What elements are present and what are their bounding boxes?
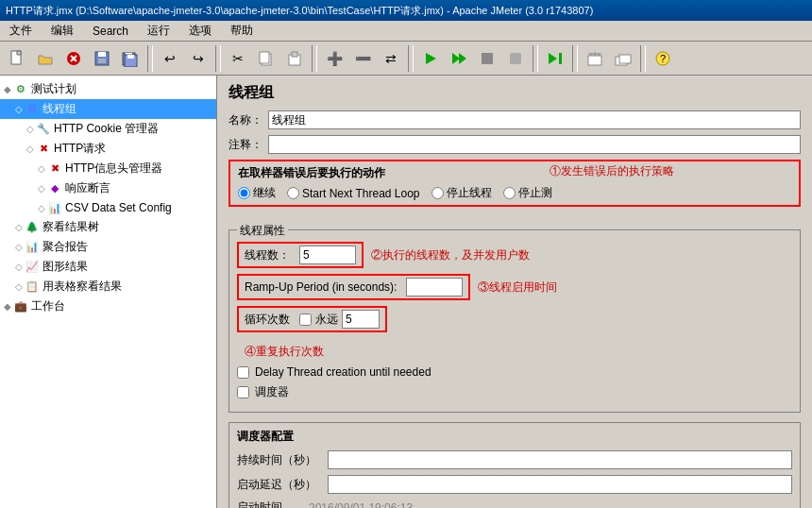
menu-options[interactable]: 选项 <box>183 21 217 41</box>
svg-marker-17 <box>452 53 460 64</box>
loop-count-input[interactable] <box>342 310 380 329</box>
scheduler-config-title: 调度器配置 <box>237 429 792 445</box>
ramp-label: Ramp-Up Period (in seconds): <box>245 280 397 294</box>
menu-file[interactable]: 文件 <box>4 21 38 41</box>
close-button[interactable] <box>60 45 87 72</box>
svg-rect-7 <box>98 59 106 63</box>
tree-item-thread[interactable]: ◇ ⚙ 线程组 <box>0 99 216 119</box>
tree-item-result-tree[interactable]: ◇ 🌲 察看结果树 <box>0 217 216 237</box>
toolbar-sep-1 <box>147 45 153 72</box>
copy-button[interactable] <box>253 45 279 72</box>
start-delay-label: 启动延迟（秒） <box>237 477 322 493</box>
collapse-button[interactable]: ➖ <box>349 45 376 72</box>
svg-rect-19 <box>482 53 493 64</box>
duration-row: 持续时间（秒） <box>237 450 792 469</box>
thread-count-input[interactable] <box>299 246 356 264</box>
name-row: 名称： <box>228 110 801 129</box>
svg-marker-18 <box>459 53 466 64</box>
menu-edit[interactable]: 编辑 <box>45 21 79 41</box>
start-time-label: 启动时间 <box>237 500 303 508</box>
tree-item-csv[interactable]: ◇ 📊 CSV Data Set Config <box>0 198 216 217</box>
tree-item-workbench[interactable]: ◆ 💼 工作台 <box>0 296 216 316</box>
toolbar-sep-2 <box>215 45 221 72</box>
scheduler-label: 调度器 <box>255 384 289 400</box>
tree-item-plan[interactable]: ◆ ⚙ 测试计划 <box>0 79 216 99</box>
loop-forever-checkbox[interactable] <box>299 313 312 326</box>
name-label: 名称： <box>228 112 262 128</box>
start-delay-input[interactable] <box>328 475 792 494</box>
shutdown-button[interactable] <box>502 45 529 72</box>
menu-help[interactable]: 帮助 <box>225 21 259 41</box>
stop-button[interactable] <box>474 45 500 72</box>
clear-all-button[interactable] <box>610 45 636 72</box>
delay-thread-row: Delay Thread creation until needed <box>237 365 792 379</box>
title-bar: HTTP请求.jmx (D:\Software\apache-jmeter-3.… <box>0 0 812 21</box>
error-annotation: ①发生错误后的执行策略 <box>550 163 674 179</box>
menu-search[interactable]: Search <box>87 23 134 40</box>
paste-button[interactable] <box>281 45 308 72</box>
tree-item-cookie[interactable]: ◇ 🔧 HTTP Cookie 管理器 <box>0 119 216 139</box>
comment-input[interactable] <box>268 135 801 154</box>
left-panel: ◆ ⚙ 测试计划 ◇ ⚙ 线程组 ◇ 🔧 HTTP Cookie 管理器 ◇ ✖… <box>0 76 217 508</box>
name-input[interactable] <box>268 110 801 129</box>
function-helper-button[interactable]: ? <box>650 45 676 72</box>
remote-start-button[interactable] <box>542 45 568 72</box>
open-button[interactable] <box>32 45 59 72</box>
svg-rect-15 <box>292 52 297 57</box>
save-all-button[interactable] <box>117 45 144 72</box>
clear-button[interactable] <box>582 45 608 72</box>
duration-input[interactable] <box>328 450 792 469</box>
expand-button[interactable]: ➕ <box>321 45 347 72</box>
start-delay-row: 启动延迟（秒） <box>237 475 792 494</box>
ramp-annotation: ③线程启用时间 <box>478 279 557 296</box>
scheduler-checkbox[interactable] <box>237 386 249 398</box>
menu-run[interactable]: 运行 <box>142 21 176 41</box>
scheduler-config-section: 调度器配置 持续时间（秒） 启动延迟（秒） 启动时间 2016/09/01 19… <box>228 422 801 508</box>
svg-text:?: ? <box>660 53 666 64</box>
radio-next-loop[interactable]: Start Next Thread Loop <box>287 187 420 200</box>
tree-item-http[interactable]: ◇ ✖ HTTP请求 <box>0 139 216 159</box>
start-time-row: 启动时间 2016/09/01 19:06:13 <box>237 500 792 508</box>
toolbar-sep-7 <box>640 45 646 72</box>
svg-rect-23 <box>588 56 601 65</box>
thread-group-title: 线程属性 <box>237 223 288 239</box>
svg-marker-16 <box>426 53 436 64</box>
delay-thread-label: Delay Thread creation until needed <box>255 365 431 379</box>
loop-label: 循环次数 <box>245 312 290 328</box>
tree-item-agg[interactable]: ◇ 📊 聚合报告 <box>0 237 216 257</box>
right-panel: 线程组 名称： 注释： 在取样器错误后要执行的动作 继续 <box>217 76 812 508</box>
error-section-title: 在取样器错误后要执行的动作 <box>238 165 791 181</box>
tree-item-header[interactable]: ◇ ✖ HTTP信息头管理器 <box>0 159 216 178</box>
svg-rect-6 <box>98 52 106 57</box>
svg-rect-11 <box>127 55 134 59</box>
run-button[interactable] <box>417 45 444 72</box>
tree-item-table[interactable]: ◇ 📋 用表格察看结果 <box>0 277 216 296</box>
redo-button[interactable]: ↪ <box>185 45 211 72</box>
panel-title: 线程组 <box>228 83 801 103</box>
delay-thread-checkbox[interactable] <box>237 366 249 379</box>
radio-continue[interactable]: 继续 <box>238 185 276 201</box>
tree-item-graph[interactable]: ◇ 📈 图形结果 <box>0 257 216 277</box>
toolbar-sep-4 <box>408 45 414 72</box>
scheduler-row: 调度器 <box>237 384 792 400</box>
duration-label: 持续时间（秒） <box>237 452 322 468</box>
new-button[interactable] <box>4 45 30 72</box>
loop-annotation: ④重复执行次数 <box>245 344 792 360</box>
loop-forever-label: 永远 <box>315 312 338 328</box>
toolbar-sep-6 <box>572 45 578 72</box>
thread-count-annotation: ②执行的线程数，及并发用户数 <box>371 247 530 263</box>
svg-rect-29 <box>619 55 631 63</box>
save-button[interactable] <box>89 45 115 72</box>
cut-button[interactable]: ✂ <box>225 45 251 72</box>
radio-stop-thread[interactable]: 停止线程 <box>431 185 492 201</box>
undo-button[interactable]: ↩ <box>157 45 183 72</box>
tree-item-response[interactable]: ◇ ◆ 响应断言 <box>0 178 216 198</box>
error-section: 在取样器错误后要执行的动作 继续 Start Next Thread Loop … <box>228 160 801 207</box>
toggle-button[interactable]: ⇄ <box>378 45 404 72</box>
ramp-input[interactable] <box>406 278 463 296</box>
radio-stop-test[interactable]: 停止测 <box>503 185 552 201</box>
run-no-pause-button[interactable] <box>446 45 472 72</box>
svg-marker-21 <box>549 53 557 64</box>
svg-rect-20 <box>510 53 521 64</box>
toolbar-sep-5 <box>533 45 538 72</box>
